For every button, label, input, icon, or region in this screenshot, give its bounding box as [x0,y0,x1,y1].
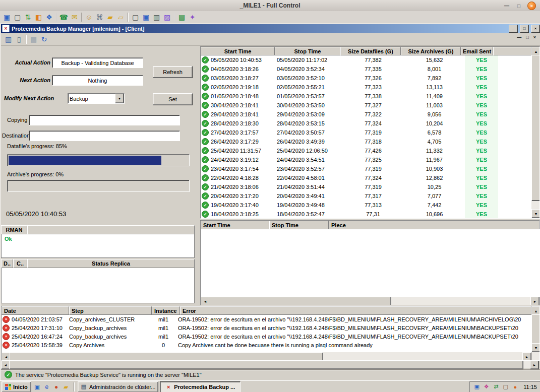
task-button-protecmedia-backup[interactable]: ×Protecmedia Backup ... [160,381,241,392]
column-header-piece[interactable]: Piece [329,221,539,229]
backup-row[interactable]: ✓03/05/2020 3:18:2703/05/2020 3:52:1077,… [201,74,531,83]
copy-screen-icon[interactable]: ▤ [176,12,187,22]
error-table-hscrollbar[interactable]: ◄ ► [2,352,531,360]
quick-launch-media-icon[interactable]: ● [52,382,61,391]
scroll-right-icon[interactable]: ► [522,352,531,360]
backup-table-vscrollbar[interactable]: ▲ ▼ [531,47,539,218]
remote-screen-icon[interactable]: ▣ [2,12,12,22]
scroll-down-icon[interactable]: ▼ [531,209,540,218]
tray-monitor-icon[interactable]: ▢ [502,383,509,390]
monitor-picture-icon[interactable]: ▨ [162,12,172,22]
backup-row[interactable]: ✓02/05/2020 3:19:1802/05/2020 3:55:2177,… [201,83,531,92]
backup-row[interactable]: ✓23/04/2020 3:17:5423/04/2020 3:52:5777,… [201,164,531,173]
column-header-d[interactable]: D.. [1,259,13,268]
scroll-thumb[interactable] [209,297,391,305]
monitor-locked-icon[interactable]: ▥ [151,12,162,22]
piece-table-hscrollbar[interactable]: ◄ ► [201,297,539,305]
refresh-button[interactable]: Refresh [153,66,193,78]
user-session-icon[interactable]: ☺ [84,12,94,22]
network-share-icon[interactable]: ⌘ [94,12,105,22]
next-action-field[interactable]: Nothing [52,75,143,86]
folder-send-icon[interactable]: ▱ [115,12,126,22]
set-button[interactable]: Set [153,93,193,105]
frame-hscrollbar[interactable]: ◄ ► [1,361,539,368]
scroll-thumb[interactable] [9,361,523,369]
scroll-down-icon[interactable]: ▼ [531,343,540,352]
remote-minimize-button[interactable]: — [503,2,510,10]
tray-network-icon[interactable]: ⇄ [492,383,500,390]
destination-field[interactable] [29,130,180,141]
backup-row[interactable]: ✓04/05/2020 3:18:2604/05/2020 3:52:3477,… [201,64,531,74]
quick-launch-browser-icon[interactable]: e [42,382,51,391]
backup-row[interactable]: ✓27/04/2020 3:17:5727/04/2020 3:50:5777,… [201,128,531,137]
log-report-icon[interactable]: ▥ [3,34,14,44]
column-header-stop-time[interactable]: Stop Time [275,47,340,55]
monitor-active-icon[interactable]: ▣ [141,12,151,22]
backup-row[interactable]: ✓29/04/2020 3:18:4129/04/2020 3:53:0977,… [201,110,531,119]
chat-icon[interactable]: ✉ [69,12,80,22]
remote-screen-alt-icon[interactable]: ▢ [12,12,23,22]
backup-row[interactable]: ✓19/04/2020 3:17:4019/04/2020 3:49:4877,… [201,201,531,210]
backup-row[interactable]: ✓05/05/2020 10:40:5305/05/2020 11:17:027… [201,55,531,64]
monitor-blank-icon[interactable]: ▢ [130,12,141,22]
remote-restore-button[interactable]: □ [515,2,522,10]
tray-display-icon[interactable]: ▣ [473,383,481,390]
actual-action-field[interactable]: Backup - Validating Database [52,57,143,68]
column-header-rman[interactable]: RMAN [1,225,27,234]
error-row[interactable]: ×25/04/2020 16:47:24Copy_backup_archives… [2,332,531,341]
column-header-start-time[interactable]: Start Time [201,47,275,55]
clipboard-sync-icon[interactable]: ❖ [44,12,54,22]
column-header-instance[interactable]: Instance [152,306,180,315]
copying-field[interactable] [29,115,180,125]
app-minimize-button[interactable]: _ [509,25,518,33]
column-header-step[interactable]: Step [69,306,152,315]
folder-open-icon[interactable]: ▰ [105,12,115,22]
backup-row[interactable]: ✓22/04/2020 4:18:2822/04/2020 4:58:0177,… [201,173,531,182]
help-icon[interactable]: ↻ [39,34,49,44]
scroll-right-icon[interactable]: ► [530,297,539,305]
column-header-blank[interactable] [27,225,195,234]
column-header-error[interactable]: Error [180,306,531,315]
backup-row[interactable]: ✓21/04/2020 3:18:0621/04/2020 3:51:4477,… [201,182,531,191]
backup-row[interactable]: ✓24/04/2020 3:19:1224/04/2020 3:54:5177,… [201,155,531,164]
tray-alert-icon[interactable]: ● [511,383,519,390]
next-action-select[interactable]: Backup ▼ [68,93,125,104]
delete-icon[interactable]: ▯ [14,34,24,44]
backup-row[interactable]: ✓30/04/2020 3:18:4130/04/2020 3:53:5077,… [201,101,531,110]
error-row[interactable]: ×25/04/2020 15:58:39Copy Archives0Copy A… [2,341,531,349]
error-row[interactable]: ×25/04/2020 17:31:10Copy_backup_archives… [2,323,531,332]
scroll-thumb[interactable] [531,55,540,201]
print-icon[interactable]: ▤ [28,34,39,44]
column-header-c[interactable]: C.. [13,259,27,268]
start-button[interactable]: Inicio [2,381,31,392]
phone-icon[interactable]: ☎ [58,12,69,22]
backup-row[interactable]: ✓25/04/2020 11:31:5725/04/2020 12:06:507… [201,146,531,155]
column-header-status-replica[interactable]: Status Replica [27,259,195,268]
column-header-date[interactable]: Date [2,306,69,315]
column-header-size-archives-g[interactable]: Size Archives (G) [401,47,461,55]
backup-row[interactable]: ✓26/04/2020 3:17:2926/04/2020 3:49:3977,… [201,137,531,146]
tray-color-icon[interactable]: ❖ [483,383,490,390]
app-close-button[interactable]: × [531,25,540,33]
remote-close-button[interactable]: × [527,2,536,10]
error-row[interactable]: ×04/05/2020 21:03:57Copy_archives_CLUSTE… [2,315,531,323]
column-header-email-sent[interactable]: Email Sent [461,47,493,55]
quick-launch-desktop-icon[interactable]: ▣ [33,382,42,391]
error-table-vscrollbar[interactable]: ▲ ▼ [531,306,539,360]
backup-row[interactable]: ✓28/04/2020 3:18:3028/04/2020 3:53:1577,… [201,119,531,128]
mdi-minimize-button[interactable]: — [517,35,521,40]
refresh-session-icon[interactable]: ⇅ [23,12,33,22]
column-header-stop-time[interactable]: Stop Time [269,221,329,229]
file-transfer-icon[interactable]: ◧ [33,12,44,22]
column-header-start-time[interactable]: Start Time [201,221,269,229]
scroll-right-icon[interactable]: ► [530,361,539,369]
mdi-restore-button[interactable]: □ [526,35,528,40]
quick-launch-folder-icon[interactable]: ▰ [62,382,71,391]
backup-row[interactable]: ✓20/04/2020 3:17:2020/04/2020 3:49:4177,… [201,191,531,201]
scroll-thumb[interactable] [10,352,323,360]
scroll-thumb[interactable] [531,314,540,344]
backup-row[interactable]: ✓01/05/2020 3:18:4801/05/2020 3:53:5777,… [201,92,531,101]
backup-row[interactable]: ✓18/04/2020 3:18:2518/04/2020 3:52:4777,… [201,210,531,218]
settings-tools-icon[interactable]: ✦ [187,12,198,22]
chevron-down-icon[interactable]: ▼ [115,94,124,103]
